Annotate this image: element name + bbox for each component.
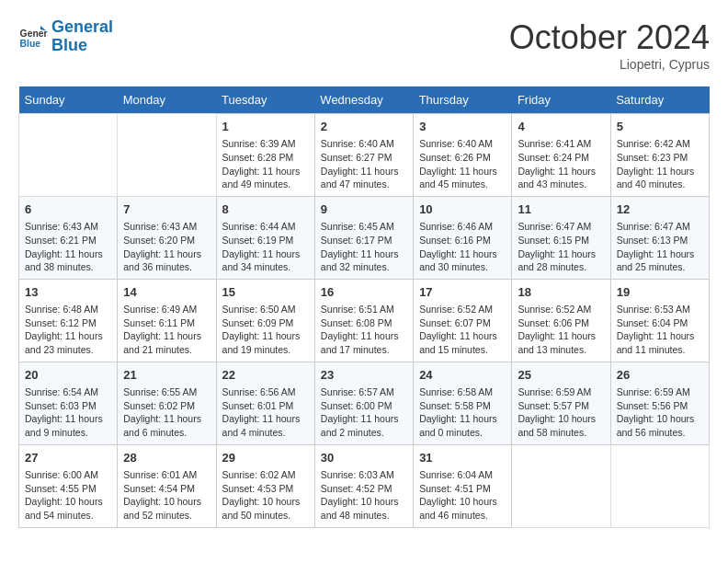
calendar-cell: 31Sunrise: 6:04 AM Sunset: 4:51 PM Dayli…: [414, 444, 512, 527]
calendar-cell: 15Sunrise: 6:50 AM Sunset: 6:09 PM Dayli…: [216, 279, 314, 362]
calendar-cell: 25Sunrise: 6:59 AM Sunset: 5:57 PM Dayli…: [512, 362, 610, 444]
day-number: 11: [518, 201, 604, 218]
day-number: 4: [518, 119, 604, 135]
title-block: October 2024 Liopetri, Cyprus: [509, 18, 710, 72]
calendar-cell: 20Sunrise: 6:54 AM Sunset: 6:03 PM Dayli…: [19, 362, 118, 444]
day-info: Sunrise: 6:01 AM Sunset: 4:54 PM Dayligh…: [123, 468, 210, 523]
day-info: Sunrise: 6:57 AM Sunset: 6:00 PM Dayligh…: [321, 385, 407, 440]
day-info: Sunrise: 6:43 AM Sunset: 6:20 PM Dayligh…: [123, 220, 210, 274]
calendar-cell: 11Sunrise: 6:47 AM Sunset: 6:15 PM Dayli…: [512, 196, 610, 279]
calendar-cell: [19, 114, 118, 197]
day-number: 1: [222, 119, 309, 135]
calendar-cell: 4Sunrise: 6:41 AM Sunset: 6:24 PM Daylig…: [512, 114, 610, 197]
logo-icon: General Blue: [18, 22, 48, 52]
calendar-cell: 27Sunrise: 6:00 AM Sunset: 4:55 PM Dayli…: [19, 444, 118, 527]
calendar-cell: 29Sunrise: 6:02 AM Sunset: 4:53 PM Dayli…: [216, 444, 314, 527]
day-info: Sunrise: 6:00 AM Sunset: 4:55 PM Dayligh…: [25, 468, 111, 523]
day-info: Sunrise: 6:45 AM Sunset: 6:17 PM Dayligh…: [321, 220, 407, 274]
calendar-cell: 5Sunrise: 6:42 AM Sunset: 6:23 PM Daylig…: [610, 114, 709, 197]
svg-text:Blue: Blue: [20, 39, 41, 49]
day-number: 24: [419, 367, 506, 384]
day-number: 9: [321, 201, 407, 218]
calendar-cell: 7Sunrise: 6:43 AM Sunset: 6:20 PM Daylig…: [118, 196, 216, 279]
page-header: General Blue GeneralBlue October 2024 Li…: [18, 18, 710, 72]
day-number: 18: [518, 284, 604, 301]
calendar-cell: 6Sunrise: 6:43 AM Sunset: 6:21 PM Daylig…: [19, 196, 118, 279]
calendar-cell: 23Sunrise: 6:57 AM Sunset: 6:00 PM Dayli…: [314, 362, 413, 444]
weekday-header-friday: Friday: [512, 86, 610, 114]
calendar-cell: 2Sunrise: 6:40 AM Sunset: 6:27 PM Daylig…: [314, 114, 413, 197]
day-info: Sunrise: 6:41 AM Sunset: 6:24 PM Dayligh…: [518, 137, 604, 191]
day-info: Sunrise: 6:39 AM Sunset: 6:28 PM Dayligh…: [222, 137, 309, 191]
day-info: Sunrise: 6:52 AM Sunset: 6:07 PM Dayligh…: [419, 303, 506, 357]
day-number: 3: [419, 119, 506, 135]
day-info: Sunrise: 6:53 AM Sunset: 6:04 PM Dayligh…: [617, 303, 703, 357]
day-info: Sunrise: 6:02 AM Sunset: 4:53 PM Dayligh…: [222, 468, 309, 523]
logo: General Blue GeneralBlue: [18, 18, 113, 55]
day-info: Sunrise: 6:04 AM Sunset: 4:51 PM Dayligh…: [419, 468, 506, 523]
logo-text: GeneralBlue: [51, 18, 113, 55]
day-number: 8: [222, 201, 309, 218]
day-number: 17: [419, 284, 506, 301]
calendar-cell: [118, 114, 216, 197]
day-info: Sunrise: 6:43 AM Sunset: 6:21 PM Dayligh…: [25, 220, 111, 274]
calendar-cell: 3Sunrise: 6:40 AM Sunset: 6:26 PM Daylig…: [414, 114, 512, 197]
day-info: Sunrise: 6:48 AM Sunset: 6:12 PM Dayligh…: [25, 303, 111, 357]
day-info: Sunrise: 6:54 AM Sunset: 6:03 PM Dayligh…: [25, 385, 111, 440]
day-number: 22: [222, 367, 309, 384]
day-info: Sunrise: 6:50 AM Sunset: 6:09 PM Dayligh…: [222, 303, 309, 357]
day-number: 21: [123, 367, 210, 384]
weekday-header-row: SundayMondayTuesdayWednesdayThursdayFrid…: [19, 86, 710, 114]
day-info: Sunrise: 6:56 AM Sunset: 6:01 PM Dayligh…: [222, 385, 309, 440]
calendar-week-row: 1Sunrise: 6:39 AM Sunset: 6:28 PM Daylig…: [19, 114, 710, 197]
day-number: 12: [617, 201, 703, 218]
month-title: October 2024: [509, 18, 710, 57]
calendar-cell: 30Sunrise: 6:03 AM Sunset: 4:52 PM Dayli…: [314, 444, 413, 527]
day-info: Sunrise: 6:47 AM Sunset: 6:15 PM Dayligh…: [518, 220, 604, 274]
day-number: 31: [419, 450, 506, 466]
day-info: Sunrise: 6:46 AM Sunset: 6:16 PM Dayligh…: [419, 220, 506, 274]
day-number: 29: [222, 450, 309, 466]
day-info: Sunrise: 6:59 AM Sunset: 5:57 PM Dayligh…: [518, 385, 604, 440]
day-number: 15: [222, 284, 309, 301]
calendar-cell: 22Sunrise: 6:56 AM Sunset: 6:01 PM Dayli…: [216, 362, 314, 444]
calendar-cell: [610, 444, 709, 527]
day-number: 14: [123, 284, 210, 301]
calendar-cell: 1Sunrise: 6:39 AM Sunset: 6:28 PM Daylig…: [216, 114, 314, 197]
day-number: 7: [123, 201, 210, 218]
day-info: Sunrise: 6:49 AM Sunset: 6:11 PM Dayligh…: [123, 303, 210, 357]
day-info: Sunrise: 6:40 AM Sunset: 6:26 PM Dayligh…: [419, 137, 506, 191]
calendar-cell: 14Sunrise: 6:49 AM Sunset: 6:11 PM Dayli…: [118, 279, 216, 362]
day-info: Sunrise: 6:59 AM Sunset: 5:56 PM Dayligh…: [617, 385, 703, 440]
calendar-table: SundayMondayTuesdayWednesdayThursdayFrid…: [18, 86, 710, 528]
day-number: 16: [321, 284, 407, 301]
calendar-cell: 28Sunrise: 6:01 AM Sunset: 4:54 PM Dayli…: [118, 444, 216, 527]
day-number: 25: [518, 367, 604, 384]
day-info: Sunrise: 6:47 AM Sunset: 6:13 PM Dayligh…: [617, 220, 703, 274]
day-info: Sunrise: 6:51 AM Sunset: 6:08 PM Dayligh…: [321, 303, 407, 357]
calendar-week-row: 20Sunrise: 6:54 AM Sunset: 6:03 PM Dayli…: [19, 362, 710, 444]
day-info: Sunrise: 6:58 AM Sunset: 5:58 PM Dayligh…: [419, 385, 506, 440]
calendar-cell: 9Sunrise: 6:45 AM Sunset: 6:17 PM Daylig…: [314, 196, 413, 279]
day-number: 30: [321, 450, 407, 466]
calendar-cell: 8Sunrise: 6:44 AM Sunset: 6:19 PM Daylig…: [216, 196, 314, 279]
calendar-cell: 17Sunrise: 6:52 AM Sunset: 6:07 PM Dayli…: [414, 279, 512, 362]
weekday-header-saturday: Saturday: [610, 86, 709, 114]
calendar-cell: 19Sunrise: 6:53 AM Sunset: 6:04 PM Dayli…: [610, 279, 709, 362]
day-number: 20: [25, 367, 111, 384]
calendar-week-row: 6Sunrise: 6:43 AM Sunset: 6:21 PM Daylig…: [19, 196, 710, 279]
weekday-header-wednesday: Wednesday: [314, 86, 413, 114]
calendar-week-row: 13Sunrise: 6:48 AM Sunset: 6:12 PM Dayli…: [19, 279, 710, 362]
calendar-cell: [512, 444, 610, 527]
day-number: 26: [617, 367, 703, 384]
calendar-cell: 16Sunrise: 6:51 AM Sunset: 6:08 PM Dayli…: [314, 279, 413, 362]
location: Liopetri, Cyprus: [509, 57, 710, 72]
day-number: 27: [25, 450, 111, 466]
weekday-header-monday: Monday: [118, 86, 216, 114]
calendar-cell: 21Sunrise: 6:55 AM Sunset: 6:02 PM Dayli…: [118, 362, 216, 444]
day-number: 2: [321, 119, 407, 135]
day-info: Sunrise: 6:52 AM Sunset: 6:06 PM Dayligh…: [518, 303, 604, 357]
calendar-cell: 18Sunrise: 6:52 AM Sunset: 6:06 PM Dayli…: [512, 279, 610, 362]
weekday-header-thursday: Thursday: [414, 86, 512, 114]
day-info: Sunrise: 6:44 AM Sunset: 6:19 PM Dayligh…: [222, 220, 309, 274]
